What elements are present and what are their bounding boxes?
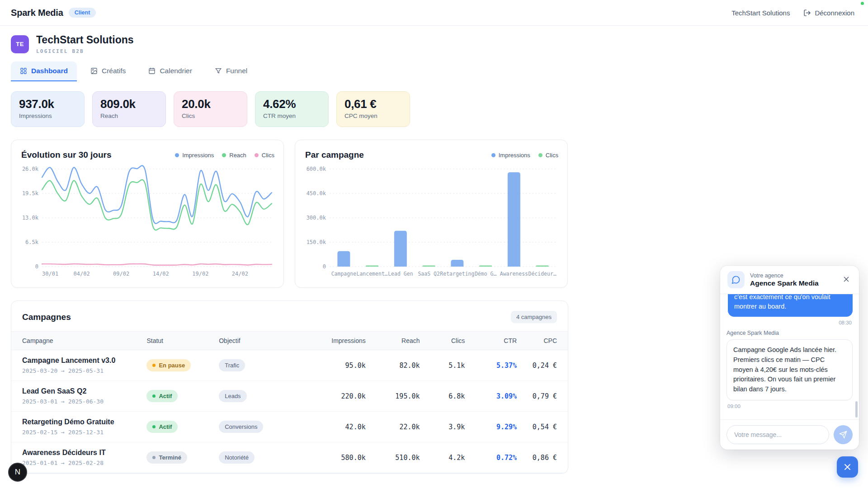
topbar-left: Spark Media Client xyxy=(11,8,96,18)
column-header-reach: Reach xyxy=(366,332,420,350)
column-header-statut: Statut xyxy=(146,332,219,350)
cell-cpc: 0,54 € xyxy=(517,412,568,442)
legend-item-clics: Clics xyxy=(538,152,558,159)
message-bubble: c'est exactement ce qu'on voulait montre… xyxy=(728,294,853,317)
tab-label: Funnel xyxy=(226,67,247,75)
legend-item-impressions: Impressions xyxy=(491,152,530,159)
cell-impressions: 220.0k xyxy=(298,381,366,412)
charts-row: Évolution sur 30 jours ImpressionsReachC… xyxy=(11,140,568,288)
status-badge: Terminé xyxy=(146,451,187,464)
client-role-badge: Client xyxy=(69,8,96,18)
legend-dot xyxy=(175,153,179,157)
svg-text:300.0k: 300.0k xyxy=(307,215,326,221)
objective-badge: Leads xyxy=(219,390,246,402)
cell-clics: 5.1k xyxy=(420,350,465,381)
message-sender: Agence Spark Media xyxy=(726,330,853,336)
tab-dashboard[interactable]: Dashboard xyxy=(11,61,77,81)
kpi-card-clics: 20.0kClics xyxy=(174,91,247,127)
chat-scrollbar-thumb[interactable] xyxy=(855,401,858,418)
svg-text:6.5k: 6.5k xyxy=(25,239,39,245)
table-row[interactable]: Awareness Décideurs IT2025-01-01 → 2025-… xyxy=(11,442,568,473)
column-header-impressions: Impressions xyxy=(298,332,366,350)
campaign-dates: 2025-03-20 → 2025-05-31 xyxy=(22,367,146,374)
campaign-name: Retargeting Démo Gratuite xyxy=(22,418,146,426)
kpi-value: 4.62% xyxy=(263,97,321,111)
cell-cpc: 0,86 € xyxy=(517,442,568,473)
chat-bubble-icon xyxy=(727,271,745,288)
chat-title: Agence Spark Media xyxy=(750,279,819,287)
logout-button[interactable]: Déconnexion xyxy=(801,9,857,17)
objective-badge: Trafic xyxy=(219,359,245,371)
legend-item-clics: Clics xyxy=(255,152,274,159)
evolution-chart-title: Évolution sur 30 jours xyxy=(21,150,112,160)
svg-text:SaaS Q2: SaaS Q2 xyxy=(418,271,439,277)
cell-cpc: 0,79 € xyxy=(517,381,568,412)
client-avatar: TE xyxy=(11,35,29,53)
legend-item-impressions: Impressions xyxy=(175,152,214,159)
kpi-label: Clics xyxy=(182,113,239,119)
kpi-value: 0,61 € xyxy=(344,97,402,111)
send-button[interactable] xyxy=(834,425,853,444)
close-icon xyxy=(843,463,852,471)
svg-text:Campagne: Campagne xyxy=(331,271,356,277)
cell-clics: 3.9k xyxy=(420,412,465,442)
svg-text:Awareness: Awareness xyxy=(500,271,528,277)
app-brand: Spark Media xyxy=(11,8,63,18)
cell-impressions: 580.0k xyxy=(298,442,366,473)
tab-creatifs[interactable]: Créatifs xyxy=(81,61,135,81)
cell-cpc: 0,24 € xyxy=(517,350,568,381)
cell-ctr: 0.72% xyxy=(465,442,517,473)
svg-text:Décideur…: Décideur… xyxy=(528,271,556,277)
kpi-label: Impressions xyxy=(19,113,76,119)
kpi-label: CPC moyen xyxy=(344,113,402,119)
svg-text:19/02: 19/02 xyxy=(192,271,208,277)
kpi-value: 809.0k xyxy=(100,97,158,111)
column-header-campagne: Campagne xyxy=(11,332,146,350)
campaign-chart-card: Par campagne ImpressionsClics 0150.0k300… xyxy=(295,140,568,288)
send-icon xyxy=(839,431,847,439)
campaign-dates: 2025-01-01 → 2025-02-28 xyxy=(22,460,146,466)
status-badge: Actif xyxy=(146,390,178,402)
objective-badge: Notoriété xyxy=(219,451,255,464)
campaign-bar-chart: 0150.0k300.0k450.0k600.0kCampagneLanceme… xyxy=(305,164,558,278)
chat-close-icon[interactable] xyxy=(841,274,852,286)
dev-tools-button[interactable]: N xyxy=(8,463,27,482)
evolution-chart-legend: ImpressionsReachClics xyxy=(175,152,274,159)
table-row[interactable]: Campagne Lancement v3.02025-03-20 → 2025… xyxy=(11,350,568,381)
tab-label: Calendrier xyxy=(160,67,192,75)
legend-dot xyxy=(222,153,226,157)
chat-message-input[interactable] xyxy=(726,425,829,444)
logout-label: Déconnexion xyxy=(815,9,854,17)
main-content: TE TechStart Solutions LOGICIEL B2B Dash… xyxy=(0,34,568,474)
svg-text:09/02: 09/02 xyxy=(113,271,129,277)
status-badge: En pause xyxy=(146,359,191,371)
chat-toggle-close-button[interactable] xyxy=(837,456,858,478)
tab-label: Créatifs xyxy=(102,67,126,75)
campaigns-count-badge: 4 campagnes xyxy=(511,311,557,323)
chat-widget: Votre agence Agence Spark Media c'est ex… xyxy=(720,266,859,450)
column-header-ctr: CTR xyxy=(465,332,517,350)
tab-calendrier[interactable]: Calendrier xyxy=(139,61,201,81)
legend-label: Impressions xyxy=(499,152,530,159)
svg-text:150.0k: 150.0k xyxy=(307,239,326,245)
grid-icon xyxy=(20,67,27,75)
svg-text:Démo G…: Démo G… xyxy=(475,271,497,277)
campaign-chart-legend: ImpressionsClics xyxy=(491,152,558,159)
table-header-row: CampagneStatutObjectifImpressionsReachCl… xyxy=(11,332,568,350)
kpi-label: CTR moyen xyxy=(263,113,321,119)
evolution-line-chart: 06.5k13.0k19.5k26.0k30/0104/0209/0214/02… xyxy=(21,164,274,278)
svg-text:600.0k: 600.0k xyxy=(307,166,326,172)
kpi-value: 937.0k xyxy=(19,97,76,111)
table-row[interactable]: Retargeting Démo Gratuite2025-02-15 → 20… xyxy=(11,412,568,442)
svg-text:Lancement…: Lancement… xyxy=(357,271,388,277)
campaigns-title: Campagnes xyxy=(22,312,71,322)
tab-funnel[interactable]: Funnel xyxy=(206,61,256,81)
funnel-icon xyxy=(215,67,222,75)
svg-text:24/02: 24/02 xyxy=(232,271,248,277)
message-time: 08:30 xyxy=(727,320,852,325)
table-row[interactable]: Lead Gen SaaS Q22025-03-01 → 2025-06-30A… xyxy=(11,381,568,412)
campaign-name: Lead Gen SaaS Q2 xyxy=(22,387,146,395)
legend-label: Clics xyxy=(262,152,274,159)
kpi-card-ctr-moyen: 4.62%CTR moyen xyxy=(255,91,329,127)
status-dot xyxy=(861,2,864,5)
